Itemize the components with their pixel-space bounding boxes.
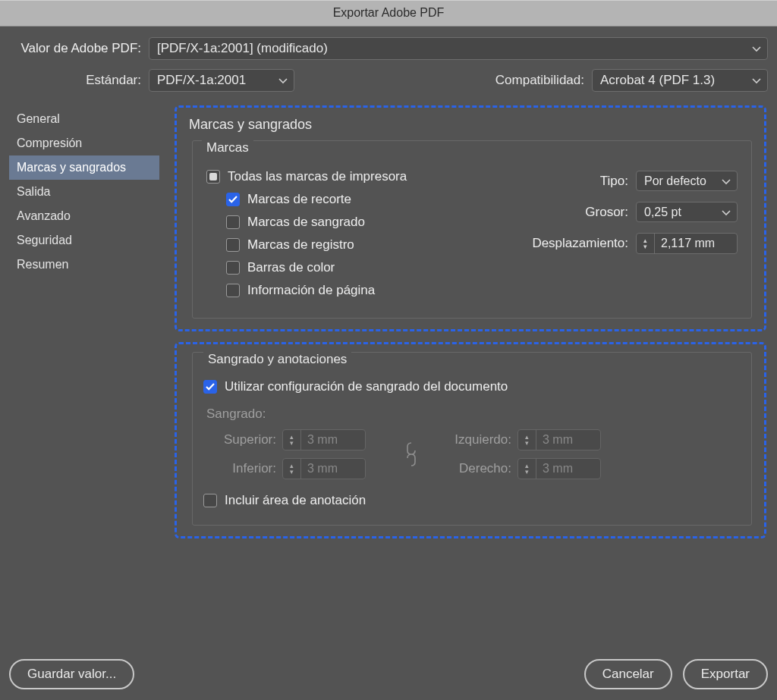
chevron-down-icon — [752, 41, 761, 56]
bleed-left-label: Izquierdo: — [434, 432, 517, 447]
bleed-subtitle: Sangrado: — [206, 407, 741, 422]
bleed-marks-checkbox[interactable]: Marcas de sangrado — [226, 215, 487, 230]
registration-marks-checkbox[interactable]: Marcas de registro — [226, 237, 487, 253]
preset-value: [PDF/X-1a:2001] (modificado) — [157, 41, 328, 56]
mark-weight-label: Grosor: — [585, 205, 628, 220]
export-button[interactable]: Exportar — [683, 659, 768, 689]
stepper-icon[interactable]: ▴▾ — [283, 459, 301, 479]
page-info-checkbox[interactable]: Información de página — [226, 283, 487, 298]
compatibility-value: Acrobat 4 (PDF 1.3) — [600, 73, 715, 88]
sidebar-item-compression[interactable]: Compresión — [9, 131, 159, 155]
include-slug-checkbox[interactable]: Incluir área de anotación — [203, 493, 741, 508]
mark-offset-label: Desplazamiento: — [532, 236, 628, 251]
compatibility-dropdown[interactable]: Acrobat 4 (PDF 1.3) — [592, 69, 768, 92]
bleed-right-field[interactable]: ▴▾ 3 mm — [517, 458, 601, 479]
mark-offset-value: 2,117 mm — [655, 234, 737, 253]
chevron-down-icon — [722, 174, 731, 188]
standard-dropdown[interactable]: PDF/X-1a:2001 — [149, 69, 294, 92]
all-printer-marks-checkbox[interactable]: Todas las marcas de impresora — [206, 169, 487, 184]
bleed-fieldset: Sangrado y anotaciones Utilizar configur… — [192, 352, 752, 526]
stepper-icon[interactable]: ▴▾ — [518, 430, 536, 450]
sidebar-item-advanced[interactable]: Avanzado — [9, 204, 159, 228]
bleed-group-label: Sangrado y anotaciones — [203, 352, 351, 367]
category-sidebar: General Compresión Marcas y sangrados Sa… — [9, 105, 159, 549]
include-slug-label: Incluir área de anotación — [225, 493, 366, 508]
panel-title: Marcas y sangrados — [189, 117, 753, 133]
crop-marks-checkbox[interactable]: Marcas de recorte — [226, 192, 487, 207]
bleed-top-label: Superior: — [206, 432, 282, 447]
mark-weight-dropdown[interactable]: 0,25 pt — [636, 202, 738, 222]
crop-marks-label: Marcas de recorte — [247, 192, 351, 207]
window-title: Exportar Adobe PDF — [0, 0, 777, 27]
standard-value: PDF/X-1a:2001 — [157, 73, 246, 88]
save-preset-button[interactable]: Guardar valor... — [9, 659, 134, 689]
chevron-down-icon — [278, 73, 288, 88]
bleed-bottom-label: Inferior: — [206, 461, 282, 476]
compatibility-label: Compatibilidad: — [495, 73, 592, 88]
marks-group-highlight: Marcas y sangrados Marcas Todas las marc… — [175, 105, 766, 331]
bleed-group-highlight: Sangrado y anotaciones Utilizar configur… — [175, 342, 766, 538]
chevron-down-icon — [752, 73, 761, 88]
mark-offset-field[interactable]: ▴▾ 2,117 mm — [636, 233, 738, 254]
bleed-left-field[interactable]: ▴▾ 3 mm — [517, 429, 601, 450]
bleed-right-value: 3 mm — [536, 459, 600, 479]
bleed-bottom-value: 3 mm — [301, 459, 365, 479]
registration-marks-label: Marcas de registro — [247, 237, 354, 253]
stepper-icon[interactable]: ▴▾ — [637, 234, 655, 253]
sidebar-item-security[interactable]: Seguridad — [9, 228, 159, 253]
mark-type-value: Por defecto — [644, 174, 706, 188]
bleed-bottom-field[interactable]: ▴▾ 3 mm — [282, 458, 366, 479]
mark-weight-value: 0,25 pt — [644, 206, 681, 219]
bleed-top-value: 3 mm — [301, 430, 365, 450]
bleed-marks-label: Marcas de sangrado — [247, 215, 365, 230]
mark-type-dropdown[interactable]: Por defecto — [636, 171, 738, 191]
standard-label: Estándar: — [9, 73, 149, 88]
sidebar-item-summary[interactable]: Resumen — [9, 253, 159, 277]
sidebar-item-output[interactable]: Salida — [9, 180, 159, 204]
link-icon[interactable] — [388, 441, 434, 467]
sidebar-item-general[interactable]: General — [9, 107, 159, 131]
preset-dropdown[interactable]: [PDF/X-1a:2001] (modificado) — [149, 37, 768, 60]
use-document-bleed-label: Utilizar configuración de sangrado del d… — [225, 379, 508, 394]
marks-group-label: Marcas — [202, 140, 253, 155]
marks-fieldset: Marcas Todas las marcas de impresora Mar… — [192, 140, 752, 319]
chevron-down-icon — [722, 206, 731, 219]
all-printer-marks-label: Todas las marcas de impresora — [228, 169, 407, 184]
color-bars-checkbox[interactable]: Barras de color — [226, 260, 487, 275]
use-document-bleed-checkbox[interactable]: Utilizar configuración de sangrado del d… — [203, 379, 741, 394]
page-info-label: Información de página — [247, 283, 375, 298]
bleed-top-field[interactable]: ▴▾ 3 mm — [282, 429, 366, 450]
sidebar-item-marks-bleeds[interactable]: Marcas y sangrados — [9, 155, 159, 180]
color-bars-label: Barras de color — [247, 260, 335, 275]
preset-label: Valor de Adobe PDF: — [9, 41, 149, 56]
mark-type-label: Tipo: — [600, 174, 628, 189]
cancel-button[interactable]: Cancelar — [584, 659, 672, 689]
bleed-right-label: Derecho: — [434, 461, 517, 476]
stepper-icon[interactable]: ▴▾ — [283, 430, 301, 450]
bleed-left-value: 3 mm — [536, 430, 600, 450]
stepper-icon[interactable]: ▴▾ — [518, 459, 536, 479]
